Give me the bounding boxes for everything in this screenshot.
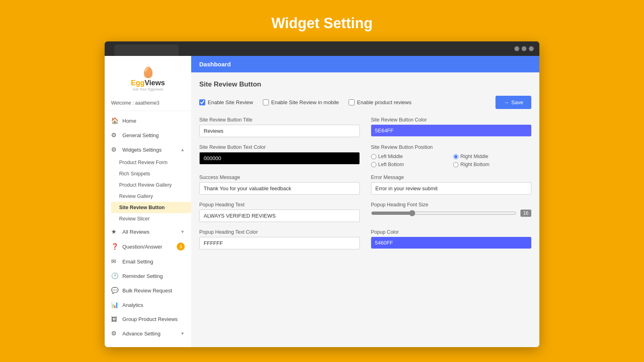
sidebar-item-site-review-button[interactable]: Site Review Button <box>111 202 191 213</box>
sidebar-item-question-answer[interactable]: ❓ Question/Answer 3 <box>105 239 191 254</box>
sidebar-item-reminder-setting[interactable]: 🕐 Reminder Setting <box>105 269 191 283</box>
button-color-label: Site Review Button Color <box>371 117 532 123</box>
save-arrow-icon: → <box>504 99 509 105</box>
enable-product-reviews-input[interactable] <box>349 99 355 105</box>
dashboard-header: Dashboard <box>191 56 539 72</box>
save-button[interactable]: → Save <box>495 96 531 109</box>
sidebar-label-prf: Product Review Form <box>119 160 167 165</box>
popup-color-input[interactable] <box>371 237 532 249</box>
text-color-input[interactable] <box>199 152 360 165</box>
browser-dot-1 <box>514 46 519 51</box>
field-error-message: Error Message <box>371 175 532 195</box>
field-popup-heading-font-size: Popup Heading Font Size 16 <box>371 202 532 222</box>
sidebar-item-group-product-reviews[interactable]: 🖼 Group Product Reviews <box>105 312 191 326</box>
sidebar-welcome: Welcome : aaatheme3 <box>105 98 191 111</box>
sidebar-label-ar: All Reviews <box>122 229 149 235</box>
radio-left-middle-label: Left Middle <box>378 154 403 159</box>
sidebar: 🥚 EggViews Get Your Eggviews Welcome : a… <box>105 56 191 347</box>
sidebar-label-rsw: Review Slicer <box>119 216 150 222</box>
radio-right-middle-label: Right Middle <box>460 154 488 159</box>
sidebar-item-email-setting[interactable]: ✉ Email Setting <box>105 254 191 269</box>
chevron-up-icon: ▲ <box>180 147 185 152</box>
radio-right-bottom-input[interactable] <box>453 162 458 167</box>
sidebar-label-home: Home <box>122 118 136 124</box>
checkbox-enable-product-reviews[interactable]: Enable product reviews <box>349 99 411 105</box>
font-size-slider[interactable] <box>371 210 516 216</box>
popup-heading-text-color-input[interactable] <box>199 237 360 249</box>
radio-left-bottom-label: Left Bottom <box>378 162 404 167</box>
sidebar-item-rich-snippets[interactable]: Rich Snippets <box>111 168 191 179</box>
browser-window: 🥚 EggViews Get Your Eggviews Welcome : a… <box>105 41 539 347</box>
success-message-label: Success Message <box>199 175 360 180</box>
gear-icon: ⚙ <box>111 132 118 139</box>
sidebar-item-site-review-gallery[interactable]: Review Gallery <box>111 191 191 202</box>
enable-mobile-input[interactable] <box>263 99 269 105</box>
clock-icon: 🕐 <box>111 272 118 280</box>
enable-product-reviews-label: Enable product reviews <box>357 99 411 105</box>
sidebar-item-widgets-settings[interactable]: ⚙ Widgets Settings ▲ <box>105 142 191 157</box>
button-color-input[interactable] <box>371 125 532 136</box>
button-title-label: Site Review Button Title <box>199 117 360 123</box>
options-row: Enable Site Review Enable Site Review in… <box>199 96 531 109</box>
content-area: Site Review Button Enable Site Review En… <box>191 72 539 257</box>
chat-icon: 💬 <box>111 287 118 294</box>
sidebar-label-rs: Rich Snippets <box>119 171 150 177</box>
error-message-label: Error Message <box>371 175 532 180</box>
chart-icon: 📊 <box>111 301 118 309</box>
section-title: Site Review Button <box>199 80 531 88</box>
radio-right-middle-input[interactable] <box>453 154 458 159</box>
sidebar-item-analytics[interactable]: 📊 Analytics <box>105 298 191 312</box>
chevron-down-icon-2: ▼ <box>180 331 185 336</box>
error-message-input[interactable] <box>371 182 532 195</box>
radio-left-middle-input[interactable] <box>371 154 376 159</box>
browser-bar <box>105 41 539 56</box>
enable-site-review-label: Enable Site Review <box>208 99 253 105</box>
position-radio-group: Left Middle Right Middle Left Bottom <box>371 154 532 167</box>
qa-badge: 3 <box>177 243 185 251</box>
home-icon: 🏠 <box>111 117 118 124</box>
gear-icon-2: ⚙ <box>111 146 118 153</box>
sidebar-item-all-reviews[interactable]: ★ All Reviews ▼ <box>105 224 191 239</box>
browser-dot-3 <box>529 46 534 51</box>
sidebar-label-analytics: Analytics <box>122 302 143 308</box>
success-message-input[interactable] <box>199 182 360 195</box>
main-content: Dashboard Site Review Button Enable Site… <box>191 56 539 347</box>
sidebar-label-brr: Bulk Review Request <box>122 288 172 294</box>
sidebar-label-general: General Setting <box>122 132 159 138</box>
sidebar-item-review-slider[interactable]: Review Slicer <box>111 213 191 224</box>
checkbox-enable-site-review[interactable]: Enable Site Review <box>199 99 253 105</box>
form-grid: Site Review Button Title Site Review But… <box>199 117 531 249</box>
checkbox-enable-mobile[interactable]: Enable Site Review in mobile <box>263 99 339 105</box>
field-text-color: Site Review Button Text Color <box>199 144 360 167</box>
enable-mobile-label: Enable Site Review in mobile <box>271 99 339 105</box>
field-button-position: Site Review Button Position Left Middle … <box>371 144 532 167</box>
field-popup-color: Popup Color <box>371 229 532 249</box>
popup-heading-text-input[interactable] <box>199 210 360 222</box>
sidebar-item-general-setting[interactable]: ⚙ General Setting <box>105 128 191 142</box>
sidebar-label-rem: Reminder Setting <box>122 273 163 279</box>
popup-color-label: Popup Color <box>371 229 532 235</box>
enable-site-review-input[interactable] <box>199 99 205 105</box>
text-color-label: Site Review Button Text Color <box>199 144 360 150</box>
sidebar-item-bulk-review-request[interactable]: 💬 Bulk Review Request <box>105 283 191 298</box>
popup-heading-text-color-label: Popup Heading Text Color <box>199 229 360 235</box>
sidebar-label-srg: Review Gallery <box>119 193 153 199</box>
radio-left-bottom-input[interactable] <box>371 162 376 167</box>
sidebar-label-qa: Question/Answer <box>122 244 162 250</box>
font-size-slider-row: 16 <box>371 210 532 217</box>
sidebar-item-advance-setting[interactable]: ⚙ Advance Setting ▼ <box>105 326 191 341</box>
app-layout: 🥚 EggViews Get Your Eggviews Welcome : a… <box>105 56 539 347</box>
radio-right-bottom[interactable]: Right Bottom <box>453 162 531 167</box>
button-title-input[interactable] <box>199 125 360 137</box>
radio-right-middle[interactable]: Right Middle <box>453 154 531 159</box>
popup-heading-font-size-label: Popup Heading Font Size <box>371 202 532 208</box>
sidebar-label-gpr: Group Product Reviews <box>122 316 178 322</box>
email-icon: ✉ <box>111 258 118 265</box>
sidebar-submenu-widgets: Product Review Form Rich Snippets Produc… <box>105 157 191 224</box>
sidebar-item-product-review-gallery[interactable]: Product Review Gallery <box>111 179 191 191</box>
sidebar-item-home[interactable]: 🏠 Home <box>105 113 191 128</box>
radio-left-middle[interactable]: Left Middle <box>371 154 449 159</box>
sidebar-item-product-review-form[interactable]: Product Review Form <box>111 157 191 168</box>
radio-left-bottom[interactable]: Left Bottom <box>371 162 449 167</box>
chevron-down-icon: ▼ <box>180 229 185 234</box>
